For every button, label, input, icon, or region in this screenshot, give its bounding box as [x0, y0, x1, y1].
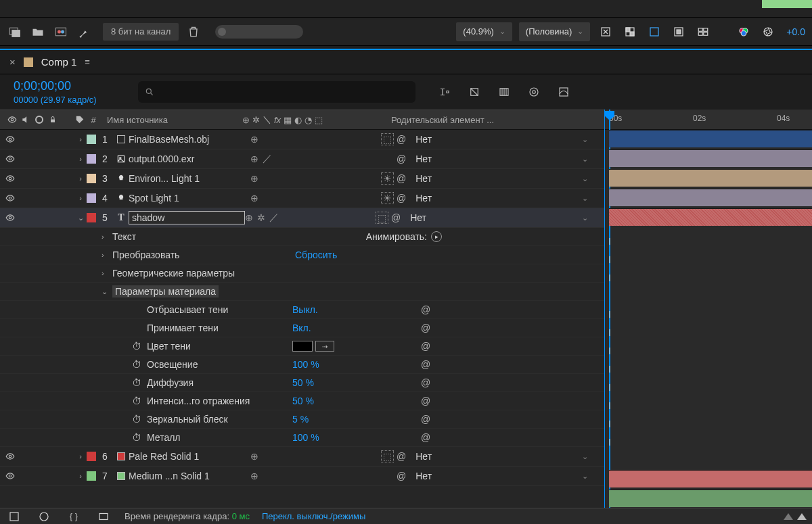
layer-row[interactable]: ›7Medium ...n Solid 1⊕@Нет⌄ — [0, 467, 604, 486]
twisty-icon[interactable]: › — [74, 452, 87, 460]
fast-preview-icon[interactable] — [597, 23, 614, 41]
expression-pickwhip-icon[interactable]: @ — [421, 304, 430, 315]
layer-switches[interactable]: ⊕ — [250, 471, 394, 481]
new-comp-icon[interactable] — [7, 24, 23, 40]
layer-row[interactable]: ›2output.0000.exr⊕／@Нет⌄ — [0, 149, 604, 169]
stopwatch-icon[interactable]: ⏱ — [132, 414, 147, 425]
exposure-value[interactable]: +0.0 — [786, 26, 805, 37]
property-row[interactable]: ⏱Зеркальный блеск5 %@ — [0, 410, 604, 429]
layer-bar[interactable] — [609, 169, 812, 187]
zoom-dropdown[interactable]: (40.9%)⌄ — [456, 22, 512, 41]
render-queue-icon[interactable] — [35, 508, 53, 525]
label-swatch[interactable] — [87, 193, 96, 203]
label-column-icon[interactable] — [73, 115, 87, 124]
layer-switches[interactable]: ⊕⬚ — [250, 133, 394, 145]
property-row[interactable]: Принимает тениВкл.@ — [0, 319, 604, 337]
parent-value[interactable]: Нет — [415, 471, 432, 481]
draft3d-icon[interactable] — [466, 83, 483, 101]
layer-row[interactable]: ⌄5Tshadow⊕✲／⬚@Нет⌄ — [0, 208, 604, 228]
property-value[interactable]: 50 % — [292, 377, 401, 388]
animate-menu[interactable]: Анимировать:▸ — [366, 231, 442, 242]
property-group[interactable]: ›ТекстАнимировать:▸ — [0, 228, 604, 246]
layer-switches[interactable]: ⊕✲／⬚ — [245, 212, 388, 224]
parent-value[interactable]: Нет — [415, 153, 432, 164]
toggle-switches-modes[interactable]: Перекл. выключ./режимы — [262, 511, 365, 521]
expression-pickwhip-icon[interactable]: @ — [421, 414, 430, 425]
property-row[interactable]: ⏱Цвет тени⇢@ — [0, 337, 604, 356]
property-row[interactable]: ⏱Освещение100 %@ — [0, 356, 604, 374]
color-value[interactable]: ⇢ — [292, 341, 401, 352]
chevron-down-icon[interactable]: ⌄ — [582, 452, 588, 461]
panel-menu-icon[interactable]: ≡ — [85, 57, 91, 67]
twisty-icon[interactable]: › — [74, 472, 87, 480]
property-row[interactable]: ⏱Диффузия50 %@ — [0, 374, 604, 392]
bit-depth-selector[interactable]: 8 бит на канал — [103, 23, 179, 41]
aperture-icon[interactable] — [759, 23, 777, 41]
lock-column-icon[interactable] — [46, 115, 60, 124]
current-timecode[interactable]: 0;00;00;00 — [14, 79, 135, 93]
channel-icon[interactable] — [735, 23, 752, 41]
zoom-in-icon[interactable] — [797, 513, 807, 520]
expression-pickwhip-icon[interactable]: @ — [421, 432, 430, 443]
property-value[interactable]: Вкл. — [292, 323, 401, 333]
twisty-icon[interactable]: › — [74, 194, 87, 202]
timeline-search[interactable] — [138, 81, 415, 103]
label-swatch[interactable] — [87, 154, 96, 164]
property-value[interactable]: 100 % — [292, 432, 401, 443]
parent-value[interactable]: Нет — [415, 134, 432, 145]
layer-row[interactable]: ›4Spot Light 1⊕☀@Нет⌄ — [0, 189, 604, 208]
parent-value[interactable]: Нет — [415, 173, 432, 184]
layer-switches[interactable]: ⊕⬚ — [250, 450, 394, 462]
expression-pickwhip-icon[interactable]: @ — [421, 377, 430, 388]
pickwhip-icon[interactable]: @ — [397, 173, 406, 184]
layer-row[interactable]: ›6Pale Red Solid 1⊕⬚@Нет⌄ — [0, 447, 604, 467]
layer-name[interactable]: output.0000.exr — [129, 153, 250, 164]
chevron-down-icon[interactable]: ⌄ — [582, 135, 588, 144]
property-value[interactable]: 50 % — [292, 396, 401, 406]
property-value[interactable]: Выкл. — [292, 304, 401, 315]
folder-icon[interactable] — [30, 24, 46, 40]
toggle-switches-icon[interactable] — [5, 508, 23, 525]
layer-bar[interactable] — [609, 470, 812, 487]
trash-icon[interactable] — [185, 24, 202, 40]
layer-name[interactable]: FinalBaseMesh.obj — [129, 134, 250, 145]
label-swatch[interactable] — [87, 174, 96, 183]
layer-switches[interactable]: ⊕☀ — [250, 172, 394, 185]
parent-value[interactable]: Нет — [410, 212, 426, 223]
eye-column-icon[interactable] — [5, 115, 19, 124]
stopwatch-icon[interactable]: ⏱ — [132, 396, 147, 406]
layer-row[interactable]: ›1FinalBaseMesh.obj⊕⬚@Нет⌄ — [0, 130, 604, 149]
brackets-icon[interactable]: { } — [65, 508, 83, 525]
close-panel-button[interactable]: × — [9, 56, 16, 68]
parent-value[interactable]: Нет — [415, 193, 432, 204]
layer-switches[interactable]: ⊕／ — [250, 153, 394, 165]
property-group[interactable]: ›Геометрические параметры — [0, 264, 604, 283]
pickwhip-icon[interactable]: @ — [397, 193, 406, 204]
twisty-icon[interactable]: › — [74, 155, 87, 163]
motion-blur-icon[interactable] — [525, 83, 543, 101]
parent-header[interactable]: Родительский элемент ... — [378, 115, 604, 125]
chevron-down-icon[interactable]: ⌄ — [582, 155, 588, 164]
label-swatch[interactable] — [87, 135, 96, 144]
chevron-down-icon[interactable]: ⌄ — [582, 174, 588, 183]
property-value[interactable]: 5 % — [292, 414, 401, 425]
twisty-icon[interactable]: › — [74, 135, 87, 143]
pickwhip-icon[interactable]: @ — [397, 451, 406, 462]
chevron-down-icon[interactable]: ⌄ — [582, 472, 588, 481]
audio-column-icon[interactable] — [19, 115, 32, 124]
layer-bar[interactable] — [609, 490, 812, 507]
mask-visibility-icon[interactable] — [646, 23, 663, 41]
stopwatch-icon[interactable]: ⏱ — [132, 377, 147, 388]
expression-pickwhip-icon[interactable]: @ — [421, 359, 430, 370]
time-ruler[interactable]: 00s02s04s — [605, 110, 812, 130]
graph-editor-icon[interactable] — [555, 83, 572, 101]
reset-link[interactable]: Сбросить — [295, 249, 403, 260]
pickwhip-icon[interactable]: @ — [397, 134, 406, 145]
adjustment-layer-icon[interactable] — [53, 24, 69, 40]
layer-name[interactable]: Spot Light 1 — [129, 193, 250, 204]
layer-name[interactable]: Pale Red Solid 1 — [129, 451, 250, 462]
property-group[interactable]: ›ПреобразоватьСбросить — [0, 246, 604, 264]
layer-switches[interactable]: ⊕☀ — [250, 192, 394, 204]
chevron-down-icon[interactable]: ⌄ — [582, 214, 588, 222]
frame-icon[interactable] — [95, 508, 112, 525]
